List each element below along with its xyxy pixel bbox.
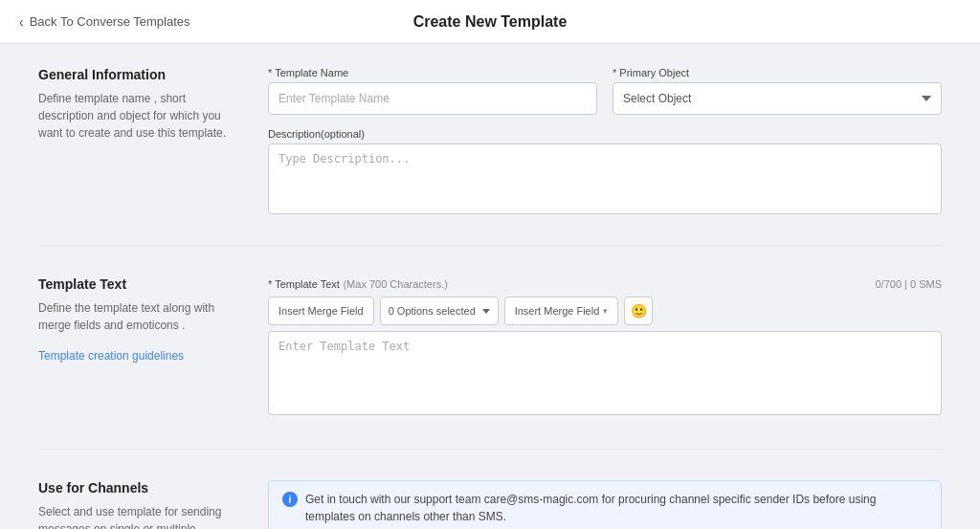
back-label: Back To Converse Templates bbox=[30, 14, 190, 29]
template-name-group: * Template Name bbox=[268, 67, 597, 115]
name-object-row: * Template Name * Primary Object Select … bbox=[268, 67, 942, 115]
emoji-button[interactable]: 🙂 bbox=[624, 297, 653, 325]
general-information-section: General Information Define template name… bbox=[38, 67, 942, 214]
general-heading: General Information bbox=[38, 67, 230, 82]
divider-1 bbox=[38, 245, 942, 246]
insert-merge-label-2: Insert Merge Field bbox=[515, 305, 600, 317]
back-link[interactable]: ‹ Back To Converse Templates bbox=[19, 14, 190, 30]
emoji-icon: 🙂 bbox=[631, 303, 647, 319]
info-text: Get in touch with our support team care@… bbox=[305, 491, 927, 525]
info-icon: i bbox=[282, 492, 298, 507]
chevron-down-icon: ▾ bbox=[603, 306, 608, 316]
main-content: General Information Define template name… bbox=[0, 44, 980, 529]
template-guidelines-link[interactable]: Template creation guidelines bbox=[38, 349, 184, 363]
insert-merge-field-button-2[interactable]: Insert Merge Field ▾ bbox=[504, 297, 619, 325]
template-text-label-area: Template Text Define the template text a… bbox=[38, 276, 230, 418]
template-text-fields: * Template Text (Max 700 Characters.) 0/… bbox=[268, 276, 942, 418]
primary-object-label: * Primary Object bbox=[612, 67, 942, 78]
template-text-sublabel: (Max 700 Characters.) bbox=[343, 278, 447, 290]
general-label-area: General Information Define template name… bbox=[38, 67, 230, 214]
page-title: Create New Template bbox=[413, 13, 568, 31]
toolbar-row: Insert Merge Field 0 Options selected In… bbox=[268, 297, 942, 325]
template-text-field-label: * Template Text (Max 700 Characters.) bbox=[268, 276, 448, 291]
template-text-label: * Template Text bbox=[268, 278, 340, 290]
template-name-input[interactable] bbox=[268, 82, 597, 115]
primary-object-group: * Primary Object Select Object bbox=[612, 67, 942, 115]
char-count: 0/700 | 0 SMS bbox=[875, 278, 942, 290]
template-text-header-row: * Template Text (Max 700 Characters.) 0/… bbox=[268, 276, 942, 291]
template-name-label: * Template Name bbox=[268, 67, 597, 78]
options-select[interactable]: 0 Options selected bbox=[380, 297, 499, 325]
channels-fields: i Get in touch with our support team car… bbox=[268, 480, 942, 529]
primary-object-select[interactable]: Select Object bbox=[612, 82, 942, 115]
info-banner: i Get in touch with our support team car… bbox=[268, 480, 942, 529]
insert-merge-field-button-1[interactable]: Insert Merge Field bbox=[268, 297, 374, 325]
template-text-textarea[interactable] bbox=[268, 331, 942, 415]
channels-heading: Use for Channels bbox=[38, 480, 230, 496]
channels-label-area: Use for Channels Select and use template… bbox=[38, 480, 230, 529]
template-text-section: Template Text Define the template text a… bbox=[38, 276, 942, 418]
template-text-description: Define the template text along with merg… bbox=[38, 299, 230, 334]
description-textarea[interactable] bbox=[268, 143, 942, 214]
app-container: ‹ Back To Converse Templates Create New … bbox=[0, 0, 980, 529]
channels-section: Use for Channels Select and use template… bbox=[38, 480, 942, 529]
channels-description: Select and use template for sending mess… bbox=[38, 503, 230, 529]
description-label: Description(optional) bbox=[268, 128, 942, 140]
general-description: Define template name , short description… bbox=[38, 90, 230, 142]
divider-2 bbox=[38, 449, 942, 450]
general-fields: * Template Name * Primary Object Select … bbox=[268, 67, 942, 214]
template-text-heading: Template Text bbox=[38, 276, 230, 292]
description-group: Description(optional) bbox=[268, 128, 942, 214]
insert-merge-label-1: Insert Merge Field bbox=[278, 305, 364, 317]
back-arrow-icon: ‹ bbox=[19, 14, 24, 30]
header: ‹ Back To Converse Templates Create New … bbox=[0, 0, 980, 44]
